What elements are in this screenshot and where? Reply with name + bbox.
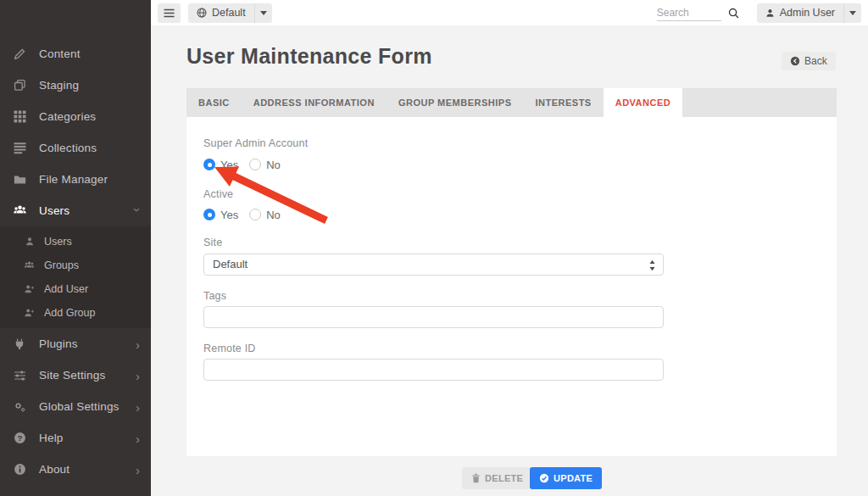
sidebar-subitem-groups[interactable]: Groups (0, 254, 151, 277)
group-plus-icon (22, 308, 36, 318)
site-select[interactable]: Default (203, 254, 664, 276)
user-menu: Admin User (757, 3, 861, 23)
sidebar-item-collections[interactable]: Collections (0, 132, 151, 164)
sliders-icon (11, 369, 28, 382)
delete-button[interactable]: DELETE (462, 467, 532, 489)
copy-icon (11, 79, 28, 92)
sidebar-item-label: File Manager (39, 173, 108, 186)
question-icon: ? (11, 432, 28, 445)
site-switcher: Default (188, 3, 272, 23)
site-switcher-button[interactable]: Default (188, 3, 254, 23)
active-no-radio[interactable] (249, 209, 261, 220)
tags-input[interactable] (203, 306, 664, 328)
sidebar-item-about[interactable]: About › (0, 454, 151, 485)
active-yes-label: Yes (220, 209, 238, 221)
search-input[interactable] (657, 5, 721, 21)
sidebar-subitem-users[interactable]: Users (0, 230, 151, 254)
radio-dot (208, 213, 212, 217)
sidebar-item-label: Categories (39, 110, 96, 123)
sidebar: Content Staging Categories Collections F (0, 0, 151, 496)
delete-label: DELETE (485, 473, 523, 483)
globe-icon (197, 8, 207, 18)
chevron-right-icon: › (136, 432, 140, 444)
remote-id-label: Remote ID (203, 343, 820, 354)
sidebar-item-label: Staging (39, 79, 79, 92)
plug-icon (11, 337, 28, 351)
user-menu-label: Admin User (780, 7, 835, 19)
sidebar-item-users[interactable]: Users › (0, 195, 151, 226)
sidebar-subitem-label: Add Group (44, 307, 95, 319)
tab-basic[interactable]: BASIC (186, 88, 242, 117)
search-icon[interactable] (728, 8, 739, 19)
sidebar-item-categories[interactable]: Categories (0, 101, 151, 132)
sidebar-item-label: Users (39, 204, 70, 217)
sidebar-item-label: Collections (39, 142, 97, 154)
super-admin-no-radio[interactable] (249, 159, 261, 170)
sidebar-item-site-settings[interactable]: Site Settings › (0, 359, 151, 391)
check-circle-icon (539, 473, 549, 483)
group-icon (22, 260, 36, 270)
form-panel: Super Admin Account Yes No Active Yes No… (186, 117, 837, 456)
sidebar-subitem-label: Groups (44, 259, 79, 271)
edit-icon (11, 47, 28, 61)
sidebar-subitem-add-group[interactable]: Add Group (0, 301, 151, 325)
user-menu-button[interactable]: Admin User (757, 3, 843, 23)
back-label: Back (804, 55, 827, 67)
person-icon (22, 237, 36, 247)
users-submenu: Users Groups Add User Add Group (0, 226, 151, 328)
list-icon (11, 142, 28, 155)
grid-icon (11, 110, 28, 124)
chevron-right-icon: › (136, 337, 140, 350)
hamburger-icon (164, 8, 175, 18)
users-icon (11, 204, 28, 218)
main-content: User Maintenance Form Back BASIC ADDRESS… (151, 25, 868, 496)
caret-down-icon (849, 11, 856, 15)
radio-dot (208, 163, 212, 167)
sidebar-subitem-add-user[interactable]: Add User (0, 277, 151, 301)
sidebar-item-file-manager[interactable]: File Manager (0, 164, 151, 195)
site-select-value: Default (213, 258, 248, 270)
topbar: Default Admin User (151, 0, 868, 25)
super-admin-no-label: No (266, 159, 281, 171)
sidebar-item-staging[interactable]: Staging (0, 70, 151, 101)
sidebar-item-label: About (39, 463, 70, 476)
back-button[interactable]: Back (782, 52, 836, 70)
info-icon (11, 463, 28, 476)
user-menu-caret-button[interactable] (843, 3, 861, 23)
tags-label: Tags (203, 290, 820, 302)
active-no-label: No (266, 209, 281, 221)
tab-advanced[interactable]: ADVANCED (604, 88, 683, 117)
sidebar-item-label: Global Settings (39, 400, 120, 413)
chevron-right-icon: › (136, 369, 140, 382)
active-label: Active (203, 188, 820, 200)
caret-down-icon (260, 11, 267, 15)
search-area (657, 5, 739, 21)
back-circle-icon (790, 56, 800, 66)
remote-id-input[interactable] (203, 359, 664, 381)
sidebar-item-content[interactable]: Content (0, 38, 151, 70)
chevron-right-icon: › (136, 400, 140, 413)
tab-address-information[interactable]: ADDRESS INFORMATION (242, 88, 387, 117)
active-yes-radio[interactable] (203, 209, 215, 220)
tab-interests[interactable]: INTERESTS (523, 88, 603, 117)
site-label: Site (203, 237, 820, 248)
super-admin-yes-radio[interactable] (203, 159, 215, 170)
gears-icon (11, 400, 28, 414)
user-icon (765, 8, 775, 18)
update-label: UPDATE (554, 473, 593, 483)
sidebar-toggle-button[interactable] (158, 3, 181, 23)
active-radio-group: Yes No (203, 208, 820, 221)
folder-icon (11, 173, 28, 187)
sidebar-item-plugins[interactable]: Plugins › (0, 328, 151, 359)
svg-text:?: ? (17, 433, 22, 443)
site-switcher-caret-button[interactable] (254, 3, 272, 23)
sidebar-subitem-label: Users (44, 236, 72, 248)
super-admin-yes-label: Yes (220, 159, 238, 171)
tab-group-memberships[interactable]: GROUP MEMBERSHIPS (387, 88, 524, 117)
super-admin-label: Super Admin Account (203, 137, 820, 149)
sidebar-item-help[interactable]: ? Help › (0, 422, 151, 454)
update-button[interactable]: UPDATE (530, 467, 602, 489)
sidebar-item-label: Help (39, 432, 64, 444)
tabstrip: BASIC ADDRESS INFORMATION GROUP MEMBERSH… (186, 88, 837, 117)
sidebar-item-global-settings[interactable]: Global Settings › (0, 391, 151, 422)
